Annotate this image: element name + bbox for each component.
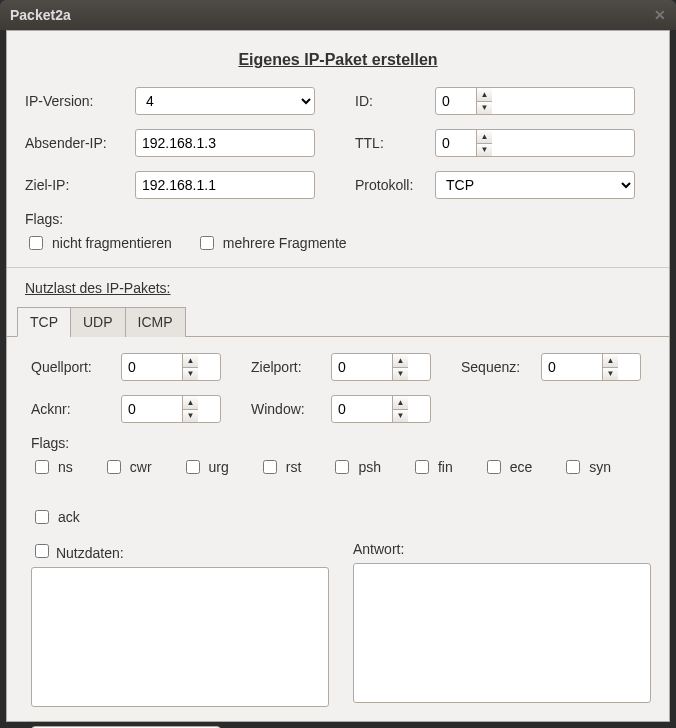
flag-ece[interactable]: ece — [483, 457, 533, 477]
zielport-spinner[interactable]: ▲▼ — [331, 353, 431, 381]
titlebar: Packet2a ✕ — [0, 0, 676, 30]
flags-label: Flags: — [25, 211, 651, 227]
sequenz-label: Sequenz: — [461, 359, 541, 375]
nicht-fragmentieren-checkbox[interactable]: nicht fragmentieren — [25, 233, 172, 253]
protokoll-select[interactable]: TCP — [435, 171, 635, 199]
ip-version-label: IP-Version: — [25, 93, 135, 109]
id-spinner[interactable]: ▲▼ — [435, 87, 635, 115]
ip-version-select[interactable]: 4 — [135, 87, 315, 115]
flag-syn[interactable]: syn — [562, 457, 611, 477]
flag-ns[interactable]: ns — [31, 457, 73, 477]
nutzdaten-checkbox[interactable]: Nutzdaten: — [31, 541, 329, 561]
ziel-ip-input[interactable] — [135, 171, 315, 199]
nutzdaten-textarea[interactable] — [31, 567, 329, 707]
ttl-spinner[interactable]: ▲▼ — [435, 129, 635, 157]
page-title: Eigenes IP-Paket erstellen — [25, 51, 651, 69]
window-title: Packet2a — [10, 7, 71, 23]
spin-down-icon[interactable]: ▼ — [477, 144, 492, 157]
window-label: Window: — [251, 401, 331, 417]
spin-up-icon[interactable]: ▲ — [477, 88, 492, 102]
tcp-flags-label: Flags: — [31, 435, 69, 451]
quellport-spinner[interactable]: ▲▼ — [121, 353, 221, 381]
sequenz-spinner[interactable]: ▲▼ — [541, 353, 641, 381]
flag-fin[interactable]: fin — [411, 457, 453, 477]
zielport-label: Zielport: — [251, 359, 331, 375]
mehrere-fragmente-checkbox[interactable]: mehrere Fragmente — [196, 233, 347, 253]
spin-down-icon[interactable]: ▼ — [477, 102, 492, 115]
id-label: ID: — [355, 93, 435, 109]
ziel-ip-label: Ziel-IP: — [25, 177, 135, 193]
ttl-label: TTL: — [355, 135, 435, 151]
absender-ip-label: Absender-IP: — [25, 135, 135, 151]
antwort-label: Antwort: — [353, 541, 651, 557]
tab-tcp[interactable]: TCP — [17, 307, 71, 337]
window-spinner[interactable]: ▲▼ — [331, 395, 431, 423]
close-icon[interactable]: ✕ — [654, 7, 666, 23]
protokoll-label: Protokoll: — [355, 177, 435, 193]
tabs: TCP UDP ICMP — [7, 306, 669, 337]
acknr-spinner[interactable]: ▲▼ — [121, 395, 221, 423]
antwort-textarea[interactable] — [353, 563, 651, 703]
nutzlast-label: Nutzlast des IP-Pakets: — [25, 280, 171, 296]
window-body: Eigenes IP-Paket erstellen IP-Version: 4… — [6, 30, 670, 722]
quellport-label: Quellport: — [31, 359, 121, 375]
acknr-label: Acknr: — [31, 401, 121, 417]
absender-ip-input[interactable] — [135, 129, 315, 157]
flag-cwr[interactable]: cwr — [103, 457, 152, 477]
tab-udp[interactable]: UDP — [70, 307, 126, 337]
flag-ack[interactable]: ack — [31, 507, 80, 527]
flag-psh[interactable]: psh — [331, 457, 381, 477]
flag-urg[interactable]: urg — [182, 457, 229, 477]
flag-rst[interactable]: rst — [259, 457, 302, 477]
spin-up-icon[interactable]: ▲ — [477, 130, 492, 144]
tab-icmp[interactable]: ICMP — [125, 307, 186, 337]
